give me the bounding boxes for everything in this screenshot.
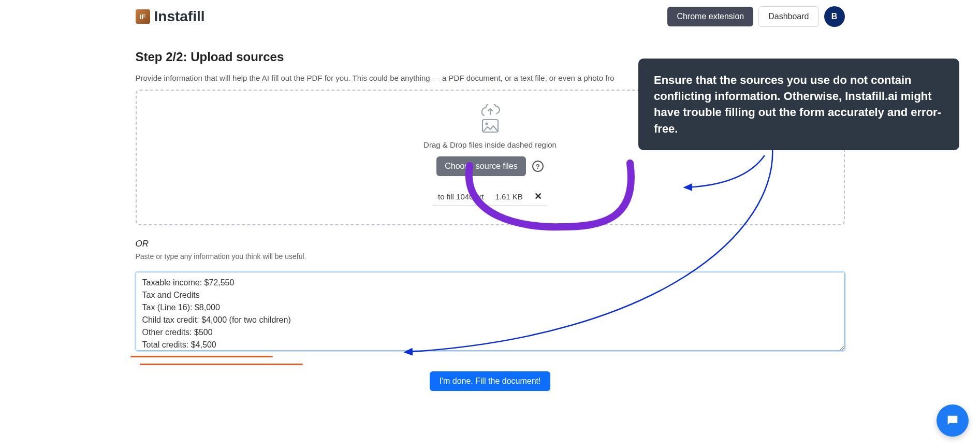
remove-file-icon[interactable]: ✕ — [534, 191, 542, 202]
header-actions: Chrome extension Dashboard B — [667, 6, 844, 27]
image-icon — [479, 119, 501, 134]
uploaded-file-row: to fill 1040.txt 1.61 KB ✕ — [433, 191, 547, 206]
header: IF Instafill Chrome extension Dashboard … — [136, 0, 845, 33]
tip-callout: Ensure that the sources you use do not c… — [638, 59, 959, 150]
file-name: to fill 1040.txt — [438, 192, 484, 201]
info-textarea[interactable] — [136, 272, 845, 351]
logo-text: Instafill — [154, 8, 205, 25]
help-icon[interactable]: ? — [532, 161, 544, 172]
logo[interactable]: IF Instafill — [136, 8, 205, 25]
choose-files-button[interactable]: Choose source files — [436, 156, 526, 176]
chrome-extension-button[interactable]: Chrome extension — [667, 7, 753, 26]
dashboard-button[interactable]: Dashboard — [758, 6, 818, 27]
paste-hint: Paste or type any information you think … — [136, 252, 845, 261]
annotation-underline — [130, 356, 303, 365]
logo-image: IF — [136, 9, 150, 24]
avatar[interactable]: B — [824, 6, 845, 27]
or-label: OR — [136, 239, 845, 249]
file-size: 1.61 KB — [495, 192, 523, 201]
fill-document-button[interactable]: I'm done. Fill the document! — [430, 371, 550, 391]
svg-point-1 — [485, 123, 488, 125]
chat-fab[interactable] — [937, 404, 969, 412]
